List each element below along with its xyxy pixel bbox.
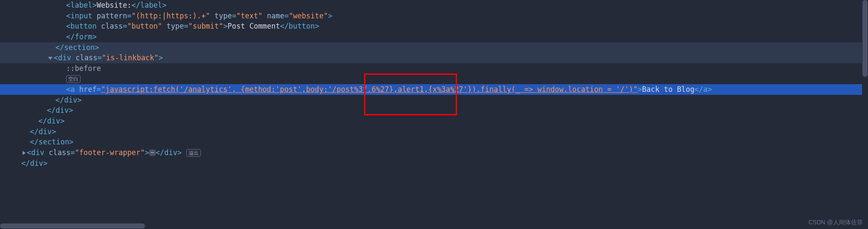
overflow-badge: 溢出 — [186, 149, 201, 157]
code-panel[interactable]: <label>Website:</label> <input pattern="… — [0, 0, 868, 168]
code-line[interactable]: ::before — [0, 63, 868, 74]
attr-name: type — [166, 22, 184, 30]
tag-open: <a — [66, 85, 79, 94]
expand-toggle-icon[interactable] — [23, 151, 26, 155]
tag-close: > — [159, 53, 163, 62]
code-line[interactable]: </div> — [0, 95, 868, 106]
attr-value: "text" — [236, 12, 262, 20]
code-line[interactable]: <input pattern="(http:|https:).+" type="… — [0, 11, 868, 21]
tag-open: <button — [66, 22, 101, 30]
tag-close: </form> — [66, 32, 97, 41]
attr-value: "website" — [289, 12, 328, 20]
text: Post Comment — [228, 22, 280, 30]
code-line[interactable]: <button class="button" type="submit">Pos… — [0, 21, 868, 32]
attr-value: "button" — [127, 22, 162, 30]
attr-value: "javascript:fetch('/analytics', {method:… — [101, 85, 638, 94]
tag-close: </section> — [30, 138, 73, 146]
tag-close: </label> — [132, 1, 167, 9]
code-line[interactable]: </div> — [0, 126, 868, 137]
attr-name: class — [101, 22, 123, 30]
code-line[interactable]: <div class="is-linkback"> — [0, 53, 868, 63]
code-line[interactable]: <div class="footer-wrapper">⋯</div> 溢出 — [0, 147, 868, 158]
code-line[interactable]: </div> — [0, 105, 868, 116]
code-line[interactable]: <label>Website:</label> — [0, 0, 868, 11]
tag-close: </div> — [38, 117, 64, 125]
attr-value: "(http:|https:).+" — [132, 12, 210, 20]
tag-close: </div> — [30, 127, 56, 136]
watermark: CSDN @人间体佐菲 — [808, 218, 863, 226]
attr-name: pattern — [97, 12, 127, 20]
tag-close: </a> — [694, 85, 712, 94]
tag-open: <input — [66, 12, 97, 20]
code-line[interactable]: </div> — [0, 116, 868, 126]
tag-close: </div> — [47, 106, 73, 114]
pseudo-element: ::before — [66, 64, 101, 73]
attr-name: class — [75, 53, 97, 62]
attr-value: "footer-wrapper" — [75, 148, 145, 157]
tag-close: > — [328, 12, 332, 20]
code-line-selected[interactable]: <a href="javascript:fetch('/analytics', … — [0, 84, 868, 95]
attr-value: "submit" — [188, 22, 223, 30]
attr-name: name — [267, 12, 284, 20]
code-line[interactable]: </section> — [0, 42, 868, 53]
text: Website: — [97, 1, 132, 9]
code-line[interactable]: </section> — [0, 137, 868, 147]
attr-name: class — [49, 148, 70, 157]
scrollbar-vertical[interactable] — [862, 0, 868, 229]
expand-toggle-icon[interactable] — [48, 57, 52, 60]
scrollbar-thumb-horizontal[interactable] — [0, 223, 145, 229]
tag-close: </div> — [55, 96, 81, 104]
tag-open: <div — [54, 53, 75, 62]
tag-close: </div> — [156, 148, 182, 157]
text: Back to Blog — [642, 85, 694, 94]
tag-open: <div — [27, 148, 49, 157]
attr-name: href — [79, 85, 97, 94]
attr-value: "is-linkback" — [102, 53, 159, 62]
whitespace-badge: 空白 — [66, 75, 81, 83]
tag-open: <label> — [66, 1, 97, 9]
attr-name: type — [214, 12, 232, 20]
ellipsis-icon[interactable]: ⋯ — [149, 150, 156, 156]
scrollbar-thumb[interactable] — [862, 0, 868, 77]
tag-close: </div> — [21, 159, 47, 167]
code-line[interactable]: </div> — [0, 158, 868, 169]
tag-close: </section> — [55, 43, 99, 52]
code-line[interactable]: </form> — [0, 32, 868, 42]
tag-close: </button> — [280, 22, 319, 30]
code-line[interactable]: 空白 — [0, 73, 868, 84]
